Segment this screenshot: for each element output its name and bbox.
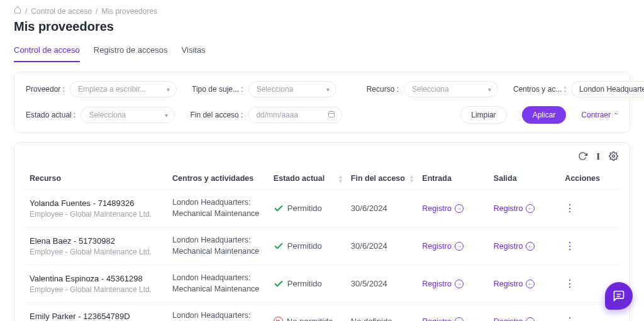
status-cell: Permitido: [274, 204, 341, 214]
breadcrumb: / Control de acceso / Mis proveedores: [14, 6, 630, 16]
salida-link[interactable]: Registro: [494, 242, 535, 251]
row-actions-menu[interactable]: ⋮: [565, 278, 575, 289]
recurso-select[interactable]: Selecciona ▾: [404, 81, 498, 97]
tab-control-acceso[interactable]: Control de acceso: [14, 41, 80, 62]
enter-icon: [455, 280, 464, 288]
table-row: Yolanda Fuentes - 71489326Employee - Glo…: [25, 190, 619, 227]
x-circle-icon: ✕: [274, 317, 283, 321]
settings-icon[interactable]: [609, 151, 618, 163]
resource-sub: Employee - Global Maintenance Ltd.: [30, 210, 162, 219]
status-text: No permitido: [287, 317, 333, 321]
col-estado[interactable]: Estado actual▴▾: [269, 168, 346, 190]
estado-select[interactable]: Selecciona ▾: [80, 107, 175, 123]
enter-icon: [455, 317, 464, 321]
aplicar-button[interactable]: Aplicar: [522, 106, 567, 124]
resource-name: Elena Baez - 51730982: [30, 236, 162, 246]
chevron-down-icon: ▾: [167, 86, 170, 93]
columns-icon[interactable]: I: [596, 151, 600, 163]
recurso-label: Recurso :: [367, 85, 399, 94]
table-row: Valentina Espinoza - 45361298Employee - …: [25, 265, 619, 303]
chevron-up-icon: ⌃: [613, 112, 618, 119]
salida-link[interactable]: Registro: [494, 317, 535, 321]
refresh-icon[interactable]: [578, 151, 587, 163]
fin-cell: 30/5/2024: [346, 265, 418, 303]
fin-cell: 30/6/2024: [346, 227, 418, 265]
col-acciones[interactable]: Acciones: [560, 168, 619, 190]
limpiar-button[interactable]: Limpiar: [460, 106, 506, 124]
status-cell: Permitido: [274, 279, 341, 289]
calendar-icon: [328, 111, 335, 120]
exit-icon: [526, 204, 535, 213]
enter-icon: [455, 242, 464, 251]
table-row: Emily Parker - 123654789DEmployee - Glob…: [25, 303, 619, 322]
proveedor-label: Proveedor :: [26, 85, 65, 94]
table-card: I Recurso Centros y actividades Estado a…: [14, 142, 630, 321]
tab-visitas[interactable]: Visitas: [182, 41, 206, 62]
salida-link[interactable]: Registro: [494, 204, 535, 213]
check-icon: [274, 241, 284, 251]
entrada-link[interactable]: Registro: [422, 280, 464, 288]
centers-cell: London Headquarters:Mechanical Maintenan…: [167, 265, 269, 303]
fin-cell: No definido: [346, 303, 418, 322]
breadcrumb-item[interactable]: Control de acceso: [31, 7, 92, 16]
salida-link[interactable]: Registro: [494, 280, 535, 288]
enter-icon: [455, 204, 464, 213]
row-actions-menu[interactable]: ⋮: [565, 316, 575, 321]
fin-cell: 30/6/2024: [346, 190, 418, 227]
svg-point-4: [613, 155, 615, 158]
chat-fab[interactable]: [605, 282, 633, 310]
col-fin[interactable]: Fin del acceso▴▾: [346, 168, 418, 190]
contraer-link[interactable]: Contraer ⌃: [581, 111, 618, 119]
resource-name: Emily Parker - 123654789D: [30, 312, 162, 321]
table-row: Elena Baez - 51730982Employee - Global M…: [25, 227, 619, 265]
exit-icon: [526, 317, 535, 321]
data-table: Recurso Centros y actividades Estado act…: [25, 168, 619, 321]
chevron-down-icon: ▾: [326, 86, 330, 93]
chevron-down-icon: ▾: [488, 86, 491, 93]
status-cell: Permitido: [274, 241, 341, 251]
chevron-down-icon: ▾: [165, 112, 168, 119]
entrada-link[interactable]: Registro: [422, 317, 464, 321]
home-icon[interactable]: [14, 6, 21, 16]
status-text: Permitido: [287, 204, 322, 213]
filter-card: Proveedor : Empieza a escribir... ▾ Tipo…: [14, 72, 630, 133]
centers-cell: London Headquarters:Mechanical Maintenan…: [167, 303, 269, 322]
centers-cell: London Headquarters:Mechanical Maintenan…: [167, 190, 269, 227]
resource-sub: Employee - Global Maintenance Ltd.: [30, 285, 162, 294]
exit-icon: [526, 280, 535, 288]
check-icon: [274, 204, 284, 214]
centros-select[interactable]: London Headquarters ▾: [571, 81, 644, 97]
row-actions-menu[interactable]: ⋮: [565, 203, 575, 214]
resource-name: Valentina Espinoza - 45361298: [30, 274, 162, 283]
table-toolbar: I: [25, 149, 619, 168]
tabs: Control de acceso Registro de accesos Vi…: [14, 41, 630, 63]
entrada-link[interactable]: Registro: [422, 242, 464, 251]
centros-label: Centros y ac... :: [513, 85, 566, 94]
fin-date-input[interactable]: dd/mm/aaaa: [248, 107, 342, 123]
status-cell: ✕No permitido: [274, 317, 341, 321]
col-centros[interactable]: Centros y actividades: [167, 168, 269, 190]
col-salida[interactable]: Salida: [489, 168, 560, 190]
resource-sub: Employee - Global Maintenance Ltd.: [30, 248, 162, 256]
breadcrumb-sep: /: [25, 7, 27, 16]
fin-label: Fin del acceso :: [190, 111, 243, 119]
tipo-label: Tipo de suje... :: [192, 85, 243, 94]
centers-cell: London Headquarters:Mechanical Maintenan…: [167, 227, 269, 265]
col-entrada[interactable]: Entrada: [417, 168, 489, 190]
tipo-select[interactable]: Selecciona ▾: [248, 81, 336, 97]
entrada-link[interactable]: Registro: [422, 204, 464, 213]
sort-icon: ▴▾: [410, 174, 413, 183]
estado-label: Estado actual :: [26, 111, 75, 119]
svg-rect-0: [329, 112, 335, 117]
breadcrumb-item[interactable]: Mis proveedores: [101, 7, 157, 16]
page-title: Mis proveedores: [14, 19, 630, 34]
check-icon: [274, 279, 284, 289]
proveedor-select[interactable]: Empieza a escribir... ▾: [70, 81, 177, 97]
col-recurso[interactable]: Recurso: [25, 168, 167, 190]
resource-name: Yolanda Fuentes - 71489326: [30, 199, 162, 208]
row-actions-menu[interactable]: ⋮: [565, 241, 575, 251]
status-text: Permitido: [287, 279, 322, 288]
tab-registro-accesos[interactable]: Registro de accesos: [94, 41, 168, 62]
breadcrumb-sep: /: [96, 7, 97, 16]
exit-icon: [526, 242, 535, 251]
